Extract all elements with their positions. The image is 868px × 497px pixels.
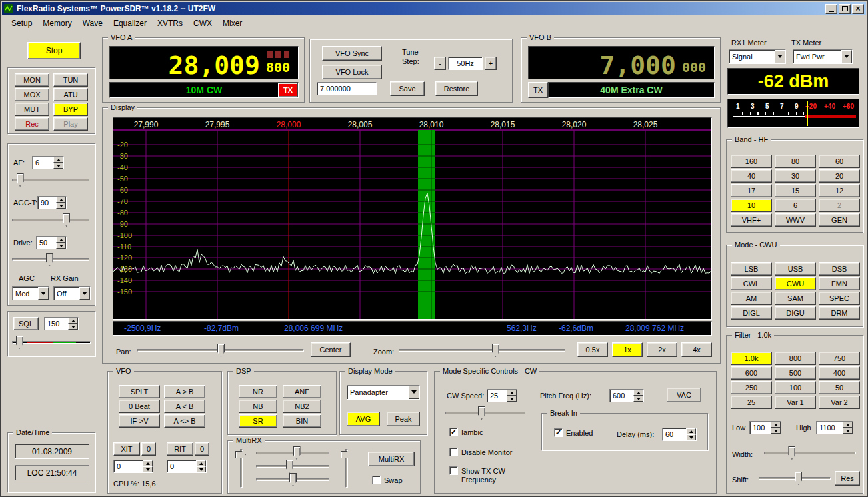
slider-thumb[interactable] — [492, 344, 499, 357]
spinner-down-icon[interactable] — [56, 243, 66, 248]
drive-slider[interactable] — [12, 253, 89, 266]
nb-button[interactable]: NB — [239, 400, 277, 413]
vfo-lock-button[interactable]: VFO Lock — [322, 65, 382, 79]
filter-high-spinner[interactable]: 1100 — [816, 421, 853, 434]
vac-button[interactable]: VAC — [667, 388, 701, 402]
display-mode-select[interactable]: Panadapter — [347, 385, 420, 400]
cw-speed-slider[interactable] — [445, 406, 525, 420]
rit-clear-button[interactable]: 0 — [195, 442, 209, 456]
mode-button-drm[interactable]: DRM — [819, 306, 860, 320]
multirx-right-slider[interactable] — [340, 449, 353, 488]
mode-button-spec[interactable]: SPEC — [819, 292, 860, 305]
rx1-meter-select[interactable]: Signal — [729, 49, 786, 64]
mox-button[interactable]: MOX — [15, 88, 49, 101]
spinner-down-icon[interactable] — [143, 466, 153, 472]
mode-button-fmn[interactable]: FMN — [819, 277, 860, 290]
filter-button-750[interactable]: 750 — [819, 352, 860, 365]
nb2-button[interactable]: NB2 — [283, 400, 321, 413]
vfo-sync-button[interactable]: VFO Sync — [322, 46, 382, 61]
agct-spinner[interactable]: 90 — [37, 196, 67, 209]
band-button-40[interactable]: 40 — [731, 169, 772, 183]
mode-button-sam[interactable]: SAM — [775, 292, 816, 305]
slider-thumb[interactable] — [289, 473, 297, 486]
bin-button[interactable]: BIN — [283, 414, 321, 428]
spinner-up-icon[interactable] — [56, 197, 66, 203]
sql-slider[interactable] — [12, 336, 91, 349]
spinner-down-icon[interactable] — [633, 396, 643, 402]
dropdown-arrow-icon[interactable] — [775, 50, 785, 63]
agct-spinner-arrows[interactable] — [56, 197, 66, 209]
tx-meter-select[interactable]: Fwd Pwr — [793, 49, 853, 64]
slider-thumb[interactable] — [788, 446, 795, 460]
slider-thumb[interactable] — [795, 472, 802, 485]
multirx-gain-slider-2[interactable] — [256, 460, 329, 473]
filter-button-600[interactable]: 600 — [731, 366, 772, 380]
stop-button[interactable]: Stop — [27, 42, 81, 59]
restore-button[interactable]: Restore — [435, 81, 478, 96]
sr-button[interactable]: SR — [239, 414, 277, 428]
spinner-down-icon[interactable] — [68, 324, 78, 330]
spinner-down-icon[interactable] — [53, 163, 63, 169]
cw-speed-spinner[interactable]: 25 — [487, 389, 517, 402]
spinner-down-icon[interactable] — [56, 203, 66, 209]
app-icon[interactable] — [4, 4, 13, 13]
band-button-gen[interactable]: GEN — [819, 213, 860, 227]
slider-thumb[interactable] — [17, 173, 24, 187]
mode-button-digu[interactable]: DIGU — [775, 306, 816, 320]
spinner-up-icon[interactable] — [143, 460, 153, 466]
spinner-down-icon[interactable] — [196, 466, 206, 472]
menu-equalizer[interactable]: Equalizer — [108, 17, 152, 30]
center-button[interactable]: Center — [311, 342, 351, 357]
spinner-up-icon[interactable] — [633, 390, 643, 396]
delay-spinner-arrows[interactable] — [686, 428, 696, 440]
a-swap-b-button[interactable]: A <> B — [164, 414, 205, 428]
spinner-up-icon[interactable] — [771, 422, 781, 428]
multirx-left-slider[interactable] — [235, 449, 248, 488]
mode-button-cwl[interactable]: CWL — [731, 277, 772, 290]
band-button-vhf[interactable]: VHF+ — [731, 213, 772, 227]
cw-speed-spinner-arrows[interactable] — [507, 390, 517, 402]
menu-memory[interactable]: Memory — [37, 17, 77, 30]
af-slider[interactable] — [12, 173, 89, 187]
band-button-17[interactable]: 17 — [731, 184, 772, 197]
filter-button-400[interactable]: 400 — [819, 366, 860, 380]
rit-spinner-arrows[interactable] — [196, 460, 206, 472]
xit-button[interactable]: XIT — [113, 442, 140, 456]
vfob-frequency-display[interactable]: 7,000 000 — [528, 46, 715, 79]
af-spinner[interactable]: 6 — [32, 156, 64, 169]
filter-shift-slider[interactable] — [759, 472, 831, 485]
filter-width-slider[interactable] — [764, 446, 856, 460]
slider-thumb[interactable] — [217, 344, 225, 357]
mon-button[interactable]: MON — [15, 73, 49, 87]
slider-thumb[interactable] — [341, 451, 351, 458]
rxgain-select[interactable]: Off — [53, 286, 91, 300]
tun-button[interactable]: TUN — [53, 73, 88, 87]
vfob-tx-button[interactable]: TX — [528, 82, 548, 98]
spinner-up-icon[interactable] — [507, 390, 517, 396]
filter-high-arrows[interactable] — [843, 422, 853, 434]
spinner-down-icon[interactable] — [507, 396, 517, 402]
sql-spinner[interactable]: 150 — [44, 317, 79, 330]
spinner-down-icon[interactable] — [843, 428, 853, 434]
close-button[interactable]: × — [852, 4, 864, 14]
pan-slider[interactable] — [137, 344, 304, 357]
vfoa-tx-button[interactable]: TX — [278, 83, 298, 97]
filter-button-800[interactable]: 800 — [775, 352, 816, 365]
rit-spinner[interactable]: 0 — [167, 460, 207, 473]
filter-shift-reset-button[interactable]: Res — [835, 471, 860, 486]
menu-xvtrs[interactable]: XVTRs — [152, 17, 188, 30]
band-button-15[interactable]: 15 — [775, 184, 816, 197]
menu-wave[interactable]: Wave — [77, 17, 108, 30]
filter-button-500[interactable]: 500 — [775, 366, 816, 380]
vfoa-frequency-display[interactable]: 28,009 800 — [109, 46, 299, 79]
peak-button[interactable]: Peak — [387, 412, 420, 426]
menu-mixer[interactable]: Mixer — [217, 17, 247, 30]
dropdown-arrow-icon[interactable] — [841, 50, 852, 63]
band-button-wwv[interactable]: WWV — [775, 213, 816, 227]
minimize-button[interactable] — [825, 4, 837, 14]
band-button-12[interactable]: 12 — [819, 184, 860, 197]
tune-step-plus-button[interactable]: + — [485, 57, 497, 70]
avg-button[interactable]: AVG — [347, 412, 380, 426]
zoom-slider[interactable] — [399, 344, 565, 357]
band-button-60[interactable]: 60 — [819, 155, 860, 168]
